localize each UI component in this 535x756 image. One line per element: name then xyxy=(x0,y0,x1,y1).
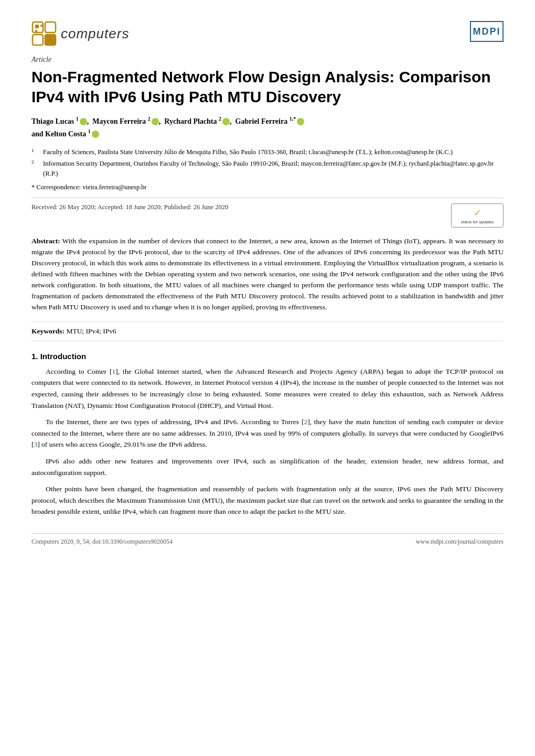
check-for-updates-label: check for updates xyxy=(461,220,494,225)
orcid-icon-2 xyxy=(152,118,159,125)
svg-rect-3 xyxy=(45,35,56,45)
orcid-icon-3 xyxy=(222,118,230,125)
dates-row: Received: 26 May 2020; Accepted: 18 June… xyxy=(31,203,504,228)
svg-rect-5 xyxy=(40,25,42,27)
abstract-label: Abstract: xyxy=(31,237,60,245)
journal-logo-icon xyxy=(31,21,57,46)
affiliation-1: 1 Faculty of Sciences, Paulista State Un… xyxy=(31,147,504,157)
section1-paragraph3: IPv6 also adds other new features and im… xyxy=(31,456,504,478)
publication-dates: Received: 26 May 2020; Accepted: 18 June… xyxy=(31,203,451,211)
author-gabriel: Gabriel Ferreira 1,* xyxy=(236,117,305,125)
keywords-text: MTU; IPv4; IPv6 xyxy=(66,327,116,335)
article-title: Non-Fragmented Network Flow Design Analy… xyxy=(31,67,504,106)
keywords-label: Keywords: xyxy=(31,327,65,335)
ref-3-link[interactable]: 3 xyxy=(34,440,38,448)
footer-citation: Computers 2020, 9, 54; doi:10.3390/compu… xyxy=(31,538,173,546)
orcid-icon-4 xyxy=(297,118,304,125)
section1-paragraph4: Other points have been changed, the frag… xyxy=(31,483,504,517)
authors-block: Thiago Lucas 1, Maycon Ferreira 2, Rycha… xyxy=(31,115,504,140)
page-header: computers MDPI xyxy=(31,21,504,46)
mdpi-logo: MDPI xyxy=(470,21,504,42)
ref-2-link[interactable]: 2 xyxy=(304,418,307,426)
abstract-section: Abstract: With the expansion in the numb… xyxy=(31,236,504,312)
keywords-section: Keywords: MTU; IPv4; IPv6 xyxy=(31,321,504,341)
author-kelton: and Kelton Costa 1 xyxy=(31,130,99,138)
page-footer: Computers 2020, 9, 54; doi:10.3390/compu… xyxy=(31,533,504,546)
author-rychard: Rychard Plachta 2, xyxy=(164,117,233,125)
section1-paragraph1: According to Comer [1], the Global Inter… xyxy=(31,366,504,411)
abstract-text: With the expansion in the number of devi… xyxy=(31,237,504,311)
section1-heading: 1. Introduction xyxy=(31,352,504,361)
svg-rect-6 xyxy=(35,30,37,32)
journal-logo-area: computers xyxy=(31,21,129,46)
article-type: Article xyxy=(31,56,504,64)
journal-name: computers xyxy=(61,26,129,42)
svg-rect-4 xyxy=(35,25,39,28)
orcid-icon-1 xyxy=(80,118,87,125)
updates-icon: ✓ xyxy=(474,207,482,219)
svg-rect-2 xyxy=(33,35,43,45)
check-for-updates-badge[interactable]: ✓ check for updates xyxy=(451,203,504,228)
author-maycon: Maycon Ferreira 2, xyxy=(92,117,162,125)
affiliations-block: 1 Faculty of Sciences, Paulista State Un… xyxy=(31,147,504,178)
author-thiago: Thiago Lucas 1, xyxy=(31,117,91,125)
section1-paragraph2: To the Internet, there are two types of … xyxy=(31,416,504,450)
ref-1-link[interactable]: 1 xyxy=(112,368,116,375)
footer-url: www.mdpi.com/journal/computers xyxy=(416,538,504,546)
affiliation-2: 2 Information Security Department, Ourin… xyxy=(31,159,504,179)
correspondence-line: * Correspondence: vieira.ferreira@unesp.… xyxy=(31,183,504,191)
svg-rect-1 xyxy=(45,22,56,33)
header-divider xyxy=(31,198,504,198)
orcid-icon-5 xyxy=(92,131,99,138)
